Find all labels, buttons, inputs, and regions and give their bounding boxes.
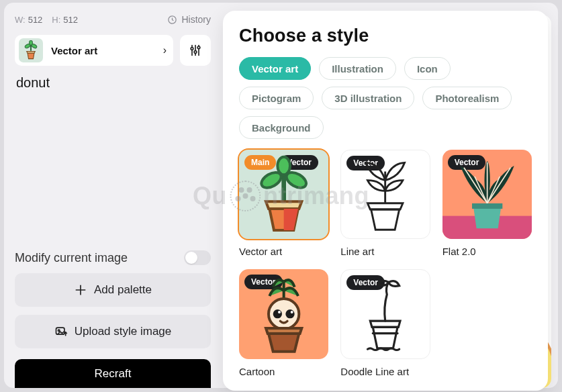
svg-point-20 [273, 309, 282, 318]
panel-title: Choose a style [239, 26, 532, 46]
card-flat-2-0[interactable]: Vector [442, 150, 532, 257]
svg-point-3 [30, 40, 33, 45]
thumb-art [341, 270, 429, 358]
thumb-art [442, 150, 532, 239]
image-upload-icon [54, 325, 68, 338]
svg-point-17 [277, 157, 290, 175]
card-line-art[interactable]: Vector [340, 150, 430, 257]
card-thumb: Main Vector [239, 150, 328, 239]
chip-illustration[interactable]: Illustration [319, 57, 396, 80]
modify-label: Modify current image [15, 251, 128, 265]
width-label: W: [15, 15, 26, 25]
app-frame: W: 512 H: 512 History [4, 3, 558, 388]
upload-style-button[interactable]: Upload style image [15, 315, 211, 348]
dimensions-row: W: 512 H: 512 History [15, 12, 211, 27]
thumb-art [239, 269, 328, 358]
svg-rect-12 [56, 328, 64, 334]
chip-photorealism[interactable]: Photorealism [422, 87, 512, 109]
style-chip-row: Vector art Illustration Icon Pictogram 3… [239, 57, 532, 139]
history-label: History [181, 14, 211, 25]
card-cartoon[interactable]: Vector [239, 269, 328, 377]
card-thumb: Vector [239, 269, 328, 358]
card-label: Line art [340, 246, 430, 257]
style-selector[interactable]: Vector art › [15, 35, 173, 66]
add-palette-label: Add palette [94, 283, 152, 297]
svg-point-7 [191, 48, 193, 50]
generate-label: Recraft [95, 367, 132, 381]
style-selector-row: Vector art › [15, 35, 211, 66]
chevron-right-icon: › [163, 44, 167, 56]
chip-icon[interactable]: Icon [404, 57, 451, 80]
card-label: Vector art [239, 246, 328, 257]
generate-button[interactable]: Recraft [15, 359, 211, 388]
clock-icon [167, 15, 177, 25]
chip-pictogram[interactable]: Pictogram [239, 87, 314, 109]
modify-row: Modify current image [15, 250, 211, 265]
right-area: Choose a style Vector art Illustration I… [223, 9, 551, 388]
chip-background[interactable]: Background [239, 116, 324, 139]
sliders-icon [189, 44, 202, 57]
width-value: 512 [28, 15, 43, 25]
card-doodle-line-art[interactable]: Vector [340, 269, 430, 377]
plus-icon [74, 283, 87, 297]
thumb-art [341, 150, 429, 238]
card-thumb: Vector [340, 269, 430, 358]
card-label: Cartoon [239, 366, 328, 377]
prompt-input[interactable]: donut [15, 74, 211, 101]
height-label: H: [52, 15, 60, 25]
card-label: Doodle Line art [340, 366, 430, 377]
style-selector-label: Vector art [51, 45, 155, 56]
upload-style-label: Upload style image [75, 325, 172, 338]
card-vector-art[interactable]: Main Vector Vector ar [239, 150, 328, 257]
left-sidebar: W: 512 H: 512 History [11, 9, 212, 388]
svg-point-21 [285, 309, 294, 318]
card-thumb: Vector [442, 150, 532, 239]
svg-point-9 [197, 46, 200, 49]
chip-vector-art[interactable]: Vector art [239, 57, 311, 80]
height-value: 512 [63, 15, 78, 25]
svg-point-8 [194, 51, 197, 54]
add-palette-button[interactable]: Add palette [15, 273, 211, 307]
style-cards-grid: Main Vector Vector ar [239, 150, 532, 377]
plant-icon [21, 40, 40, 60]
settings-button[interactable] [180, 35, 211, 66]
dimensions-values[interactable]: W: 512 H: 512 [15, 15, 78, 25]
thumb-art [239, 150, 328, 239]
svg-point-23 [291, 311, 293, 313]
card-label: Flat 2.0 [442, 246, 532, 257]
svg-point-22 [278, 311, 281, 313]
style-selector-thumb [19, 38, 43, 62]
sidebar-spacer [15, 109, 211, 238]
card-thumb: Vector [340, 150, 430, 239]
chip-3d-illustration[interactable]: 3D illustration [322, 87, 414, 109]
svg-point-13 [58, 330, 60, 332]
history-button[interactable]: History [167, 14, 211, 25]
modify-toggle[interactable] [184, 250, 211, 265]
style-picker-panel: Choose a style Vector art Illustration I… [223, 11, 548, 391]
